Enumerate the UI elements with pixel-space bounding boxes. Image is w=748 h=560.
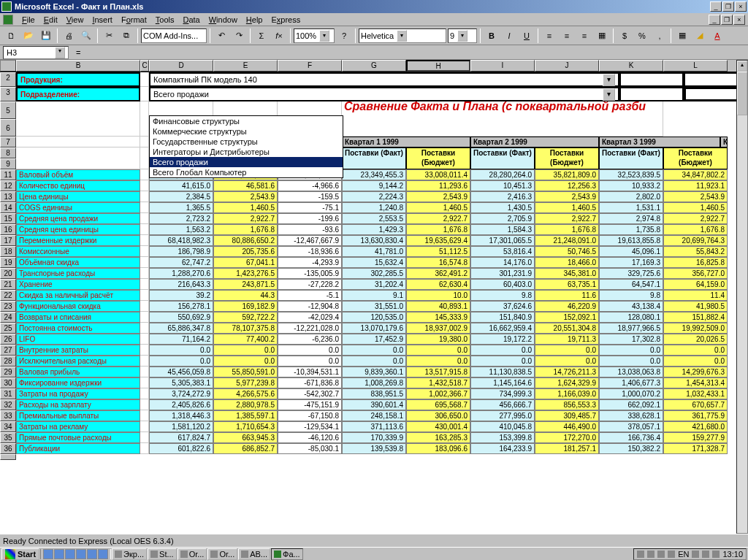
taskbar-button[interactable]: St... xyxy=(148,548,177,560)
cell[interactable]: 77,400.2 xyxy=(213,334,278,345)
cell[interactable]: 302,285.5 xyxy=(342,268,406,279)
chevron-down-icon[interactable]: ▾ xyxy=(603,74,615,86)
cell[interactable]: 361,775.9 xyxy=(663,410,728,421)
cell[interactable]: -4,293.9 xyxy=(278,257,342,268)
restore-button[interactable]: ❐ xyxy=(722,1,734,12)
cell[interactable]: 1,624,329.9 xyxy=(535,377,599,388)
cell[interactable]: 151,882.4 xyxy=(663,312,728,323)
scroll-up-icon[interactable]: ▴ xyxy=(737,61,747,72)
taskbar-button[interactable]: АВ... xyxy=(238,548,270,560)
menu-tools[interactable]: Tools xyxy=(156,15,175,24)
row-header[interactable]: 20 xyxy=(0,268,16,279)
cell[interactable]: 248,158.1 xyxy=(342,410,406,421)
row-label[interactable]: Переменные издержки xyxy=(16,235,140,246)
cell[interactable]: 35,821,809.0 xyxy=(535,169,599,180)
chevron-down-icon[interactable]: ▾ xyxy=(603,88,615,101)
cell[interactable]: 329,725.6 xyxy=(599,268,663,279)
borders-icon[interactable]: ▦ xyxy=(674,28,690,44)
cell[interactable]: 356,727.0 xyxy=(663,268,728,279)
cell[interactable]: 378,057.1 xyxy=(599,421,663,432)
cell[interactable]: 2,224.3 xyxy=(342,191,406,202)
preview-icon[interactable]: 🔍 xyxy=(78,28,94,44)
cell[interactable]: -6,236.0 xyxy=(278,334,342,345)
product-selector[interactable]: Компактный ПК модель 140 ▾ xyxy=(149,72,619,87)
cell[interactable]: 1,432,518.7 xyxy=(406,377,470,388)
cell[interactable]: 1,008,269.8 xyxy=(342,377,406,388)
cell[interactable]: 1,406,677.3 xyxy=(599,377,663,388)
cell[interactable]: 28,280,264.0 xyxy=(470,169,535,180)
row-label[interactable]: Валовый объём xyxy=(16,169,140,180)
cell[interactable]: 34,847,802.2 xyxy=(663,169,728,180)
row-label[interactable]: Цена единицы xyxy=(16,191,140,202)
cell[interactable]: 2,553.5 xyxy=(342,213,406,224)
zoom-combo[interactable]: 100%▾ xyxy=(294,28,335,43)
cell[interactable]: 11,923.1 xyxy=(663,180,728,191)
cell[interactable]: -129,534.1 xyxy=(278,421,342,432)
dropdown-item[interactable]: Интеграторы и Дистрибьютеры xyxy=(150,147,343,157)
cell[interactable]: 1,676.8 xyxy=(535,224,599,235)
cell[interactable]: 46,220.9 xyxy=(535,301,599,312)
row-label[interactable]: Комиссионные xyxy=(16,246,140,257)
cell[interactable]: 0.0 xyxy=(535,356,599,367)
cell[interactable]: 13,517,915.8 xyxy=(406,367,470,377)
quick-launch-icon[interactable] xyxy=(54,549,64,559)
cell[interactable]: 2,543.9 xyxy=(213,191,278,202)
font-combo[interactable]: Helvetica▾ xyxy=(359,28,446,43)
cell[interactable]: 205,735.6 xyxy=(213,246,278,257)
name-box[interactable]: H3 ▾ xyxy=(3,46,69,59)
cell[interactable]: 663,945.3 xyxy=(213,432,278,443)
cell[interactable]: 150,382.2 xyxy=(599,443,663,454)
cell[interactable]: 1,002,366.7 xyxy=(406,388,470,399)
cell[interactable]: 13,038,063.8 xyxy=(599,367,663,377)
tray-icon[interactable] xyxy=(637,551,644,558)
cell[interactable]: 17,302.8 xyxy=(599,334,663,345)
cell[interactable]: 20,699,764.3 xyxy=(663,235,728,246)
menu-express[interactable]: Express xyxy=(271,15,300,24)
cell[interactable]: 0.0 xyxy=(149,356,213,367)
menu-data[interactable]: Data xyxy=(183,15,199,24)
cell[interactable]: 9.1 xyxy=(342,290,406,301)
row-header[interactable]: 22 xyxy=(0,290,16,301)
cell[interactable]: 17,452.9 xyxy=(342,334,406,345)
menu-format[interactable]: Format xyxy=(121,15,147,24)
row-header[interactable]: 26 xyxy=(0,334,16,345)
cell[interactable]: 1,240.8 xyxy=(342,202,406,213)
cell[interactable]: 65,886,347.8 xyxy=(149,323,213,334)
cell[interactable]: 617,824.7 xyxy=(149,432,213,443)
tray-icon[interactable] xyxy=(657,551,665,558)
cell[interactable]: 156,278.1 xyxy=(149,301,213,312)
cell[interactable]: -12,467,667.9 xyxy=(278,235,342,246)
cell[interactable]: 2,416.3 xyxy=(470,191,535,202)
cell[interactable]: 243,871.5 xyxy=(213,279,278,290)
cell[interactable]: 5,305,383.1 xyxy=(149,377,213,388)
cell[interactable]: 1,676.8 xyxy=(406,224,470,235)
cell[interactable]: 670,657.7 xyxy=(663,399,728,410)
row-header[interactable]: 34 xyxy=(0,421,16,432)
tray-language[interactable]: EN xyxy=(678,550,689,559)
cell[interactable]: 171,328.7 xyxy=(663,443,728,454)
cell[interactable]: 3,724,272.9 xyxy=(149,388,213,399)
cell[interactable]: 186,798.9 xyxy=(149,246,213,257)
cell[interactable]: 71,164.2 xyxy=(149,334,213,345)
fill-color-icon[interactable]: ◢ xyxy=(692,28,708,44)
cell[interactable]: -4,966.6 xyxy=(278,180,342,191)
tray-icon[interactable] xyxy=(702,551,709,558)
align-right-icon[interactable]: ≡ xyxy=(576,28,592,44)
cell[interactable]: 430,001.4 xyxy=(406,421,470,432)
cell[interactable]: 2,922.7 xyxy=(213,213,278,224)
row-label[interactable]: LIFO xyxy=(16,334,140,345)
cell[interactable]: 170,339.9 xyxy=(342,432,406,443)
row-header[interactable]: 14 xyxy=(0,202,16,213)
row-header[interactable]: 27 xyxy=(0,345,16,356)
row-header[interactable]: 16 xyxy=(0,224,16,235)
cell[interactable]: 13,630,830.4 xyxy=(342,235,406,246)
row-label[interactable]: Затраты на продажу xyxy=(16,388,140,399)
cell[interactable]: 1,032,433.1 xyxy=(663,388,728,399)
mdi-close-button[interactable]: × xyxy=(733,15,745,25)
dropdown-item-selected[interactable]: Всего продажи xyxy=(150,157,343,167)
fontsize-combo[interactable]: 9▾ xyxy=(448,28,477,43)
row-header[interactable]: 7 xyxy=(0,137,16,147)
cell[interactable]: 62,630.4 xyxy=(406,279,470,290)
cell[interactable]: 2,405,826.6 xyxy=(149,399,213,410)
cell[interactable]: 695,568.7 xyxy=(406,399,470,410)
